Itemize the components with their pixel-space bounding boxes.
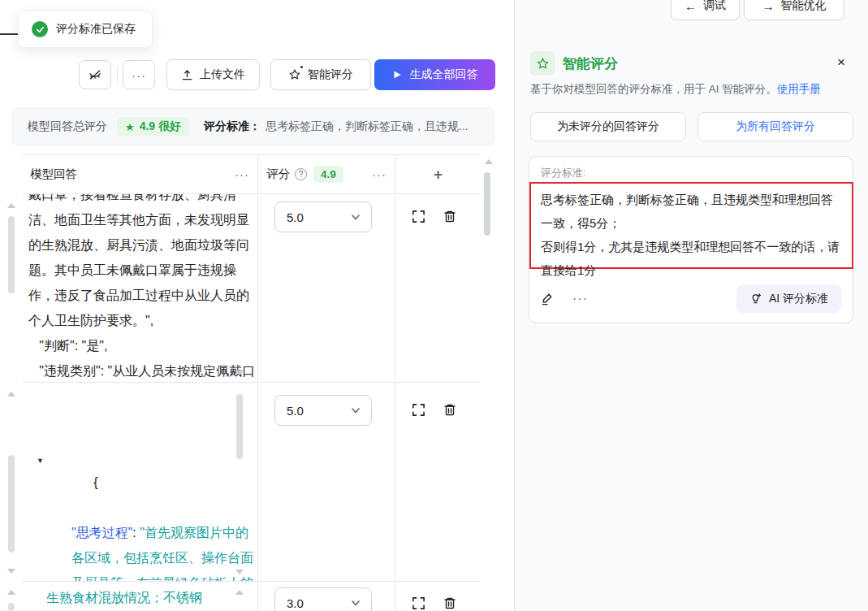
chevron-down-icon <box>350 597 361 609</box>
smart-scoring-app: 评分标准已保存 ← 调试 → 智能优化 ··· 上传文件 <box>0 0 868 611</box>
ai-criteria-button[interactable]: AI 评分标准 <box>736 284 841 313</box>
total-score-summary: 模型回答总评分 ★ 4.9 很好 评分标准： 思考标签正确，判断标签正确，且违规… <box>11 107 495 146</box>
debug-button[interactable]: ← 调试 <box>671 0 740 20</box>
panel-header: 智能评分 <box>530 51 618 76</box>
score-select[interactable]: 5.0 <box>274 202 372 232</box>
delete-icon[interactable] <box>443 596 456 610</box>
answer-cell[interactable]: 戴口罩，接着检查食材存放、厨具清洁、地面卫生等其他方面，未发现明显的生熟混放、厨… <box>22 194 258 382</box>
row-scrollbar-thumb[interactable] <box>8 603 15 611</box>
criteria-text[interactable]: 思考标签正确，判断标签正确，且违规类型和理想回答一致，得5分； 否则得1分，尤其… <box>541 188 843 282</box>
criteria-card-footer: ··· AI 评分标准 <box>541 284 841 313</box>
smart-score-button[interactable]: 智能评分 <box>270 59 371 90</box>
ai-star-badge-icon <box>530 51 555 76</box>
criteria-label: 评分标准: <box>541 166 586 180</box>
table-scrollbar-thumb[interactable] <box>484 172 490 236</box>
more-actions-button[interactable]: ··· <box>123 60 155 89</box>
score-value: 3.0 <box>287 596 304 610</box>
actions-cell <box>395 383 481 581</box>
answer-cell[interactable]: ▼{ "思考过程": "首先观察图片中的各区域，包括烹饪区、操作台面及厨具等。在… <box>22 383 258 581</box>
score-select[interactable]: 3.0 <box>274 587 372 611</box>
upload-file-label: 上传文件 <box>200 67 245 82</box>
column-header-answer[interactable]: 模型回答 ··· <box>22 155 258 193</box>
criteria-preview: 思考标签正确，判断标签正确，且违规... <box>266 119 469 134</box>
edit-pencil-icon[interactable] <box>541 292 555 306</box>
score-cell: 5.0 <box>258 383 395 581</box>
generate-all-label: 生成全部回答 <box>410 67 478 82</box>
collapse-caret-icon[interactable]: ▼ <box>37 448 44 474</box>
criteria-more-icon[interactable]: ··· <box>572 292 588 306</box>
table-row: ▼{ "思考过程": "首先观察图片中的各区域，包括烹饪区、操作台面及厨具等。在… <box>22 383 481 582</box>
panel-subtitle: 基于你对模型回答的评分标准，用于 AI 智能评分。使用手册 <box>530 82 821 97</box>
generate-all-button[interactable]: 生成全部回答 <box>374 59 495 90</box>
bulb-sparkle-icon <box>749 292 762 306</box>
column-header-score[interactable]: 评分 ? 4.9 ··· <box>258 155 395 193</box>
smart-optimize-button[interactable]: → 智能优化 <box>744 0 844 20</box>
delete-icon[interactable] <box>443 403 456 417</box>
score-all-button[interactable]: 为所有回答评分 <box>697 112 853 141</box>
json-colon: : <box>132 526 140 540</box>
actions-cell <box>395 194 481 382</box>
manual-link[interactable]: 使用手册 <box>777 83 821 95</box>
score-unscored-button[interactable]: 为未评分的回答评分 <box>530 112 686 141</box>
criteria-card: 评分标准: 思考标签正确，判断标签正确，且违规类型和理想回答一致，得5分； 否则… <box>529 156 853 323</box>
total-score-label: 模型回答总评分 <box>28 119 107 134</box>
json-brace: { <box>93 475 97 489</box>
answers-table: 模型回答 ··· 评分 ? 4.9 ··· + 戴口罩，接着检查食材存放、厨具清… <box>22 154 481 611</box>
toast-message: 评分标准已保存 <box>56 22 136 37</box>
table-row: 戴口罩，接着检查食材存放、厨具清洁、地面卫生等其他方面，未发现明显的生熟混放、厨… <box>22 194 481 383</box>
scroll-up-icon[interactable] <box>235 590 244 595</box>
add-column-cell[interactable]: + <box>395 155 481 193</box>
row-scrollbar-thumb[interactable] <box>8 216 15 293</box>
upload-icon <box>181 69 193 81</box>
row-scrollbar-thumb[interactable] <box>8 455 15 552</box>
expand-icon[interactable] <box>412 596 425 610</box>
ai-criteria-label: AI 评分标准 <box>769 292 828 306</box>
delete-icon[interactable] <box>443 210 456 223</box>
row-scroll-up-icon[interactable] <box>7 590 15 595</box>
score-column-label: 评分 <box>266 167 290 182</box>
panel-actions: 为未评分的回答评分 为所有回答评分 <box>530 112 853 141</box>
debug-label: 调试 <box>703 0 726 13</box>
answer-text: 生熟食材混放情况；不锈钢 <box>40 582 257 610</box>
expand-icon[interactable] <box>412 403 425 417</box>
actions-cell <box>395 582 481 611</box>
score-cell: 5.0 <box>258 194 395 382</box>
add-column-icon[interactable]: + <box>395 166 481 184</box>
chevron-down-icon <box>350 211 361 223</box>
answer-cell[interactable]: 生熟食材混放情况；不锈钢 <box>22 582 258 611</box>
expand-icon[interactable] <box>412 210 425 223</box>
score-value: 5.0 <box>287 404 304 418</box>
scroll-down-icon[interactable] <box>235 370 244 375</box>
close-icon[interactable]: × <box>837 55 845 69</box>
score-grade-value: 4.9 很好 <box>140 119 181 134</box>
json-body: "思考过程": "首先观察图片中的各区域，包括烹饪区、操作台面及厨具等。在前景绿… <box>71 520 257 581</box>
score-cell: 3.0 <box>258 582 395 611</box>
column-menu-icon[interactable]: ··· <box>235 167 249 181</box>
forward-arrow-icon: → <box>762 0 775 13</box>
row-scroll-down-icon[interactable] <box>7 569 15 574</box>
scroll-down-icon[interactable] <box>235 570 244 574</box>
answer-text: 戴口罩，接着检查食材存放、厨具清洁、地面卫生等其他方面，未发现明显的生熟混放、厨… <box>22 194 257 382</box>
eye-off-icon <box>88 67 102 82</box>
back-arrow-icon: ← <box>684 0 697 13</box>
cell-scrollbar-thumb[interactable] <box>236 394 243 459</box>
success-check-icon <box>32 21 48 37</box>
panel-subtitle-text: 基于你对模型回答的评分标准，用于 AI 智能评分。 <box>530 83 777 95</box>
hide-column-button[interactable] <box>79 60 111 89</box>
table-scroll-up-icon[interactable] <box>485 159 493 164</box>
smart-optimize-label: 智能优化 <box>781 0 827 13</box>
score-select[interactable]: 5.0 <box>274 395 372 426</box>
smart-scoring-panel: 智能评分 × 基于你对模型回答的评分标准，用于 AI 智能评分。使用手册 为未评… <box>514 0 868 611</box>
score-value: 5.0 <box>287 210 304 224</box>
json-key: "思考过程" <box>71 526 132 540</box>
smart-score-label: 智能评分 <box>308 67 353 82</box>
row-scroll-up-icon[interactable] <box>7 392 15 396</box>
toast-saved: 评分标准已保存 <box>18 11 153 48</box>
ai-star-icon <box>288 68 301 81</box>
score-column-menu-icon[interactable]: ··· <box>372 167 386 181</box>
score-grade-badge: ★ 4.9 很好 <box>117 117 189 136</box>
table-header-row: 模型回答 ··· 评分 ? 4.9 ··· + <box>22 155 481 194</box>
upload-file-button[interactable]: 上传文件 <box>166 59 260 90</box>
help-icon[interactable]: ? <box>295 168 307 180</box>
row-scroll-up-icon[interactable] <box>7 203 15 208</box>
